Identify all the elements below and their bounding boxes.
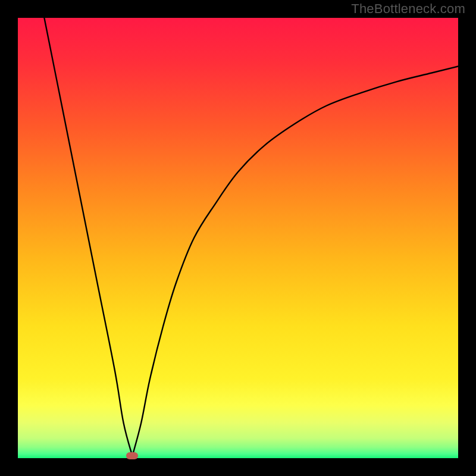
curve-right-branch (132, 66, 458, 456)
minimum-marker (126, 452, 138, 459)
watermark-text: TheBottleneck.com (351, 1, 465, 17)
plot-area (18, 18, 458, 458)
curve-left-branch (44, 18, 132, 456)
chart-frame: TheBottleneck.com (0, 0, 476, 476)
curve-layer (18, 18, 458, 458)
